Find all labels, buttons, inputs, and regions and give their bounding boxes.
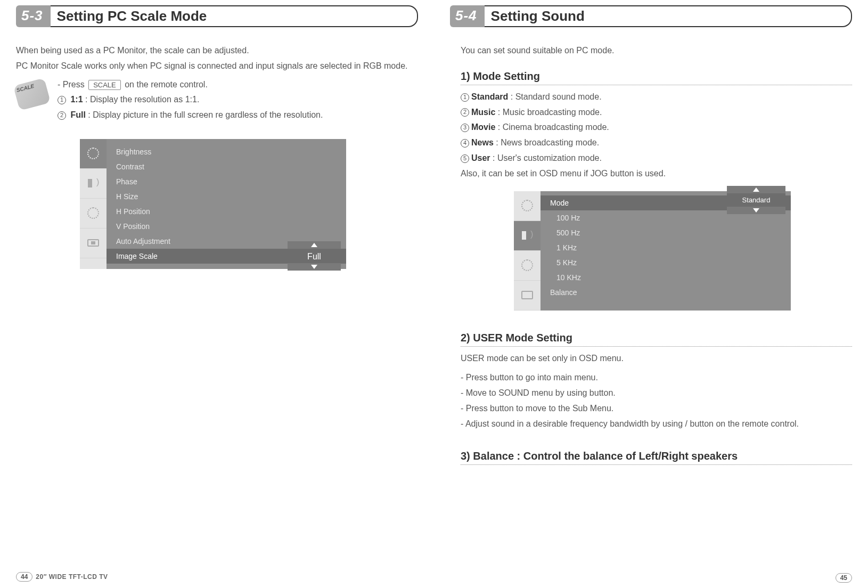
osd-mode-label: Mode <box>541 195 679 210</box>
mode-option: 5User : User's customization mode. <box>461 151 852 166</box>
osd-value[interactable]: Full <box>288 250 341 264</box>
osd-item[interactable]: 500 Hz <box>541 225 791 240</box>
mode-option: 4News : News broadcasting mode. <box>461 135 852 151</box>
header-curve-icon <box>842 5 852 27</box>
osd-item[interactable]: 5 KHz <box>541 255 791 270</box>
user-step: - Press button to go into main menu. <box>461 370 852 386</box>
mode-label: User <box>471 153 490 162</box>
press-suffix: on the remote control. <box>125 80 208 89</box>
header-curve-icon <box>408 5 418 27</box>
osd-arrow-up[interactable] <box>727 186 785 193</box>
mode-option: 1Standard : Standard sound mode. <box>461 89 852 105</box>
mode-label: News <box>471 138 494 147</box>
page-number: 45 <box>836 573 852 583</box>
subhead-mode-setting: 1) Mode Setting <box>461 70 852 86</box>
mode-option: 2Music : Music broadcasting mode. <box>461 105 852 120</box>
osd-tab[interactable] <box>514 251 541 281</box>
osd-tab[interactable] <box>80 169 107 199</box>
mode-desc: : User's customization mode. <box>493 153 602 162</box>
mode-desc: : Music broadcasting mode. <box>498 108 602 117</box>
chevron-up-icon <box>753 187 759 192</box>
osd-item[interactable]: 1 KHz <box>541 240 791 255</box>
osd-panel-left: Brightness Contrast Phase H Size H Posit… <box>80 139 346 269</box>
osd-arrow-down[interactable] <box>727 207 785 214</box>
osd-item[interactable]: H Size <box>107 189 346 204</box>
chevron-down-icon <box>753 208 759 213</box>
circled-number-icon: 3 <box>461 124 469 132</box>
footer-text: 20″ WIDE TFT-LCD TV <box>36 573 108 581</box>
paragraph: When being used as a PC Monitor, the sca… <box>16 43 418 59</box>
osd-item[interactable]: H Position <box>107 204 346 219</box>
user-step: - Adjust sound in a desirable frequency … <box>461 416 852 432</box>
osd-tab-active[interactable] <box>514 221 541 251</box>
settings-icon <box>87 207 99 219</box>
user-intro: USER mode can be set only in OSD menu. <box>461 351 852 366</box>
osd-arrow-down[interactable] <box>288 263 341 271</box>
circled-number-icon: 1 <box>58 96 66 104</box>
section-title: Setting PC Scale Mode <box>57 8 207 24</box>
osd-item[interactable]: Contrast <box>107 159 346 174</box>
circled-number-icon: 4 <box>461 139 469 148</box>
scale-button-label: SCALE <box>16 83 35 93</box>
osd-panel-right: Mode 100 Hz 500 Hz 1 KHz 5 KHz 10 KHz Ba… <box>514 191 791 311</box>
screen-icon <box>87 239 99 247</box>
mode-label: Music <box>471 108 495 117</box>
osd-item[interactable]: Balance <box>541 285 791 300</box>
option-2-desc: : Display picture in the full screen re … <box>88 110 323 119</box>
page-left: 5-3 Setting PC Scale Mode When being use… <box>0 0 434 588</box>
osd-item[interactable]: 10 KHz <box>541 270 791 285</box>
osd-item[interactable]: Phase <box>107 174 346 189</box>
chevron-up-icon <box>311 243 317 247</box>
osd-tab[interactable] <box>80 199 107 228</box>
brightness-icon <box>87 148 99 159</box>
osd-tab[interactable] <box>80 228 107 258</box>
option-1: 1 1:1 : Display the resolution as 1:1. <box>58 92 418 108</box>
osd-item-label: Image Scale <box>116 252 244 260</box>
mode-desc: : Cinema broadcasting mode. <box>498 123 609 132</box>
user-step: - Move to SOUND menu by using button. <box>461 386 852 401</box>
osd-tab[interactable] <box>514 281 541 311</box>
mode-label: Movie <box>471 123 495 132</box>
osd-sidebar <box>80 139 107 269</box>
option-2-label: Full <box>70 110 85 119</box>
mode-label: Standard <box>471 92 508 101</box>
intro-paragraph: You can set sound suitable on PC mode. <box>461 43 852 59</box>
footer-right: 45 <box>836 574 852 582</box>
osd-mode-value[interactable]: Standard <box>727 193 785 207</box>
press-prefix: - Press <box>58 80 85 89</box>
page-right: 5-4 Setting Sound You can set sound suit… <box>434 0 868 588</box>
circled-number-icon: 5 <box>461 154 469 163</box>
scale-remote-button-icon: SCALE <box>13 78 51 111</box>
circled-number-icon: 1 <box>461 93 469 102</box>
osd-main: Brightness Contrast Phase H Size H Posit… <box>107 139 346 269</box>
section-header-right: 5-4 Setting Sound <box>450 5 852 27</box>
circled-number-icon: 2 <box>461 108 469 117</box>
speaker-icon <box>522 231 533 240</box>
subhead-user-mode: 2) USER Mode Setting <box>461 332 852 348</box>
osd-tab-active[interactable] <box>80 139 107 169</box>
osd-sidebar <box>514 191 541 311</box>
paragraph: PC Monitor Scale works only when PC sign… <box>16 59 418 74</box>
chevron-down-icon <box>311 265 317 269</box>
osd-item[interactable]: V Position <box>107 219 346 234</box>
instruction-line: - Press SCALE on the remote control. <box>58 77 418 93</box>
osd-tab[interactable] <box>514 191 541 221</box>
footer-left: 44 20″ WIDE TFT-LCD TV <box>16 572 108 582</box>
mode-desc: : News broadcasting mode. <box>496 138 599 147</box>
mode-desc: : Standard sound mode. <box>511 92 602 101</box>
osd-arrow-up[interactable] <box>288 241 341 249</box>
settings-icon <box>521 259 533 271</box>
section-header-left: 5-3 Setting PC Scale Mode <box>16 5 418 27</box>
osd-item[interactable]: Brightness <box>107 144 346 159</box>
circled-number-icon: 2 <box>58 111 66 120</box>
tv-icon <box>521 291 533 299</box>
option-1-desc: : Display the resolution as 1:1. <box>85 95 199 104</box>
brightness-icon <box>521 200 533 211</box>
section-number-pill: 5-4 <box>450 5 485 27</box>
speaker-icon <box>88 179 99 187</box>
section-number-pill: 5-3 <box>16 5 51 27</box>
user-step: - Press button to move to the Sub Menu. <box>461 401 852 416</box>
option-1-label: 1:1 <box>70 95 83 104</box>
option-2: 2 Full : Display picture in the full scr… <box>58 108 418 123</box>
section-title: Setting Sound <box>491 8 585 24</box>
